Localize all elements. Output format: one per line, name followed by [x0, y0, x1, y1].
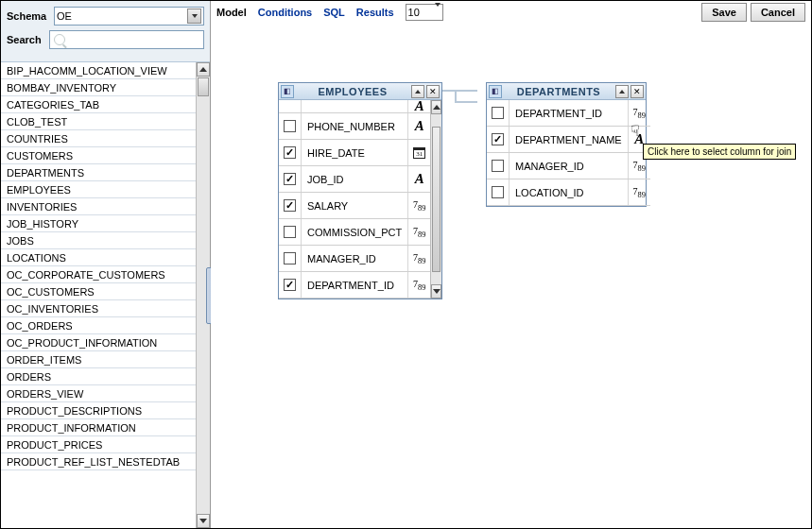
column-checkbox[interactable]	[492, 160, 504, 172]
column-name: MANAGER_ID	[510, 161, 628, 172]
table-item[interactable]: PRODUCT_PRICES	[1, 436, 196, 453]
table-item[interactable]: BOMBAY_INVENTORY	[1, 79, 196, 96]
table-item[interactable]: CATEGORIES_TAB	[1, 96, 196, 113]
close-button[interactable]: ✕	[631, 85, 644, 98]
collapse-button[interactable]	[615, 85, 629, 98]
column-checkbox[interactable]	[492, 186, 504, 198]
search-box[interactable]	[49, 30, 204, 49]
column-checkbox[interactable]	[284, 173, 296, 185]
column-row[interactable]: COMMISSION_PCT789	[279, 219, 430, 246]
column-checkbox[interactable]	[284, 120, 296, 132]
scroll-up-button[interactable]	[431, 100, 441, 114]
column-type-icon: A	[407, 166, 430, 192]
column-name: LOCATION_ID	[510, 187, 628, 198]
column-type-icon: 789	[407, 219, 430, 245]
table-item[interactable]: JOBS	[1, 232, 196, 249]
column-name: PHONE_NUMBER	[302, 121, 407, 132]
column-checkbox[interactable]	[284, 252, 296, 264]
column-name: MANAGER_ID	[302, 253, 407, 264]
rows-select[interactable]: 10	[406, 4, 443, 21]
column-type-icon: 789	[407, 272, 430, 298]
main: Model Conditions SQL Results 10 Save Can…	[211, 1, 811, 528]
column-row[interactable]: A	[279, 100, 430, 113]
scroll-thumb[interactable]	[432, 127, 441, 272]
column-row[interactable]: JOB_IDA	[279, 166, 430, 193]
table-item[interactable]: ORDERS_VIEW	[1, 385, 196, 402]
column-checkbox[interactable]	[492, 107, 504, 119]
entity-title: EMPLOYEES	[296, 86, 409, 97]
entity-icon: ◧	[281, 85, 294, 98]
join-connector	[441, 90, 477, 92]
search-icon	[54, 34, 65, 45]
column-checkbox[interactable]	[284, 226, 296, 238]
toolbar: Model Conditions SQL Results 10 Save Can…	[211, 1, 811, 24]
column-checkbox[interactable]	[284, 146, 296, 159]
column-row[interactable]: DEPARTMENT_ID789	[487, 100, 650, 127]
table-item[interactable]: DEPARTMENTS	[1, 164, 196, 181]
table-item[interactable]: PRODUCT_INFORMATION	[1, 419, 196, 436]
table-item[interactable]: LOCATIONS	[1, 249, 196, 266]
entity-employees[interactable]: ◧ EMPLOYEES ✕ APHONE_NUMBERAHIRE_DATEJOB…	[278, 82, 442, 299]
table-item[interactable]: EMPLOYEES	[1, 181, 196, 198]
table-item[interactable]: JOB_HISTORY	[1, 215, 196, 232]
column-row[interactable]: HIRE_DATE	[279, 140, 430, 166]
cancel-button[interactable]: Cancel	[751, 3, 805, 22]
save-button[interactable]: Save	[701, 3, 747, 22]
table-item[interactable]: COUNTRIES	[1, 130, 196, 147]
table-item[interactable]: OC_CUSTOMERS	[1, 283, 196, 300]
column-row[interactable]: LOCATION_ID789	[487, 179, 650, 206]
tab-conditions[interactable]: Conditions	[258, 7, 312, 18]
entity-header[interactable]: ◧ DEPARTMENTS ✕	[487, 83, 646, 100]
scroll-thumb[interactable]	[198, 77, 209, 96]
schema-value: OE	[57, 10, 72, 22]
table-item[interactable]: PRODUCT_REF_LIST_NESTEDTAB	[1, 453, 196, 470]
rows-value: 10	[408, 7, 420, 18]
column-name: COMMISSION_PCT	[302, 227, 407, 238]
entity-scrollbar[interactable]	[430, 100, 441, 299]
canvas[interactable]: ◧ EMPLOYEES ✕ APHONE_NUMBERAHIRE_DATEJOB…	[211, 24, 811, 528]
tab-results[interactable]: Results	[356, 7, 394, 18]
column-name: DEPARTMENT_ID	[302, 280, 407, 291]
column-row[interactable]: SALARY789	[279, 193, 430, 219]
schema-label: Schema	[7, 10, 54, 22]
column-name: JOB_ID	[302, 174, 407, 185]
column-row[interactable]: MANAGER_ID789	[487, 153, 650, 179]
schema-select[interactable]: OE	[54, 7, 204, 26]
entity-title: DEPARTMENTS	[504, 86, 613, 97]
table-item[interactable]: PRODUCT_DESCRIPTIONS	[1, 402, 196, 419]
entity-icon: ◧	[489, 85, 502, 98]
table-item[interactable]: CLOB_TEST	[1, 113, 196, 130]
column-checkbox[interactable]	[492, 133, 504, 145]
search-input[interactable]	[69, 34, 199, 45]
scroll-down-button[interactable]	[197, 514, 210, 528]
table-item[interactable]: OC_PRODUCT_INFORMATION	[1, 334, 196, 351]
table-item[interactable]: OC_ORDERS	[1, 317, 196, 334]
table-item[interactable]: OC_INVENTORIES	[1, 300, 196, 317]
column-name: HIRE_DATE	[302, 147, 407, 159]
column-row[interactable]: MANAGER_ID789	[279, 246, 430, 272]
close-button[interactable]: ✕	[426, 85, 440, 98]
table-item[interactable]: ORDERS	[1, 368, 196, 385]
sidebar: Schema OE Search BIP_HACOMM_LOCATION_VIE…	[1, 1, 211, 528]
scroll-down-button[interactable]	[431, 284, 441, 299]
column-row[interactable]: PHONE_NUMBERA	[279, 113, 430, 140]
column-type-icon	[407, 140, 430, 165]
scroll-up-button[interactable]	[197, 62, 210, 77]
column-checkbox[interactable]	[284, 199, 296, 212]
tab-model[interactable]: Model	[216, 7, 247, 18]
table-item[interactable]: ORDER_ITEMS	[1, 351, 196, 368]
column-row[interactable]: DEPARTMENT_ID789	[279, 272, 430, 299]
table-item[interactable]: OC_CORPORATE_CUSTOMERS	[1, 266, 196, 283]
column-row[interactable]: DEPARTMENT_NAMEA	[487, 127, 650, 153]
column-checkbox[interactable]	[284, 279, 296, 291]
table-item[interactable]: CUSTOMERS	[1, 147, 196, 164]
entity-departments[interactable]: ◧ DEPARTMENTS ✕ DEPARTMENT_ID789DEPARTME…	[486, 82, 647, 207]
collapse-button[interactable]	[411, 85, 424, 98]
column-name: SALARY	[302, 200, 407, 212]
tooltip: Click here to select column for join	[643, 144, 796, 160]
tab-sql[interactable]: SQL	[323, 7, 345, 18]
table-item[interactable]: INVENTORIES	[1, 198, 196, 215]
table-item[interactable]: BIP_HACOMM_LOCATION_VIEW	[1, 62, 196, 79]
table-list[interactable]: BIP_HACOMM_LOCATION_VIEWBOMBAY_INVENTORY…	[1, 62, 196, 528]
cursor-icon: ☟	[631, 122, 646, 141]
